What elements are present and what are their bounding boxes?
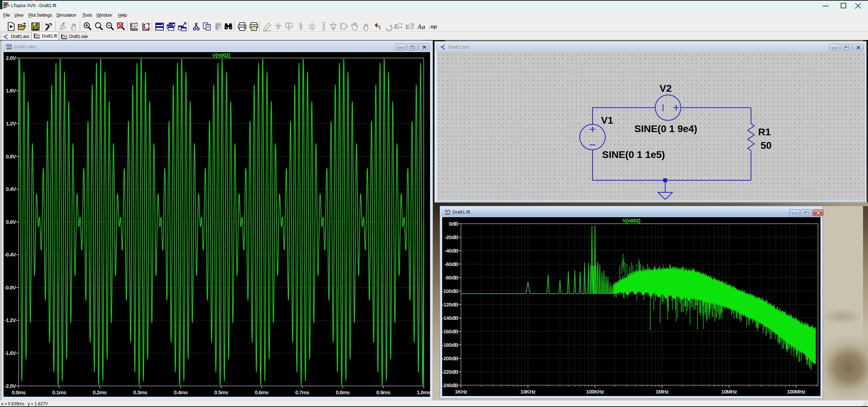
svg-text:.op: .op	[429, 23, 437, 29]
svg-text:10MHz: 10MHz	[721, 389, 737, 395]
svg-text:-140dB: -140dB	[442, 315, 458, 321]
svg-text:1.0ms: 1.0ms	[417, 389, 430, 395]
svg-text:-0.4V: -0.4V	[4, 251, 16, 258]
svg-text:0.8V: 0.8V	[6, 153, 16, 159]
svg-text:0.0ms: 0.0ms	[12, 389, 26, 395]
svg-text:0.4ms: 0.4ms	[174, 389, 188, 395]
svg-text:E: E	[406, 24, 410, 30]
svg-text:100KHz: 100KHz	[586, 389, 604, 395]
svg-text:Aa: Aa	[417, 23, 425, 30]
svg-text:0.2ms: 0.2ms	[93, 389, 107, 395]
svg-text:1KHz: 1KHz	[455, 389, 467, 395]
svg-text:0.8ms: 0.8ms	[336, 389, 350, 395]
svg-text:0.3ms: 0.3ms	[133, 389, 147, 395]
svg-text:-20dB: -20dB	[445, 234, 458, 240]
svg-text:E: E	[394, 23, 398, 30]
svg-text:-220dB: -220dB	[442, 369, 458, 375]
svg-text:-160dB: -160dB	[442, 328, 458, 334]
svg-text:1.6V: 1.6V	[6, 87, 16, 94]
svg-text:2.0V: 2.0V	[6, 55, 16, 61]
svg-text:-100dB: -100dB	[442, 288, 458, 294]
svg-text:V(n002): V(n002)	[623, 218, 641, 224]
svg-text:1MHz: 1MHz	[656, 389, 669, 395]
svg-text:-200dB: -200dB	[442, 355, 458, 361]
svg-text:-60dB: -60dB	[445, 261, 458, 267]
svg-text:-1.6V: -1.6V	[4, 350, 16, 356]
svg-text:0.1ms: 0.1ms	[52, 389, 66, 395]
svg-text:0.7ms: 0.7ms	[295, 389, 309, 395]
svg-text:0.9ms: 0.9ms	[376, 389, 390, 395]
svg-text:10KHz: 10KHz	[521, 389, 536, 395]
svg-text:0dB: 0dB	[449, 221, 458, 227]
svg-text:-1.2V: -1.2V	[4, 317, 16, 323]
svg-text:0.0V: 0.0V	[6, 219, 16, 225]
svg-text:V2: V2	[660, 83, 672, 94]
svg-text:-40dB: -40dB	[445, 248, 458, 254]
svg-text:1.2V: 1.2V	[6, 120, 16, 126]
svg-text:R1: R1	[758, 126, 771, 137]
svg-text:100MHz: 100MHz	[787, 389, 805, 395]
svg-text:SINE(0 1 1e5): SINE(0 1 1e5)	[602, 149, 665, 160]
svg-text:0.5ms: 0.5ms	[214, 389, 228, 395]
svg-text:Ǝ: Ǝ	[410, 24, 414, 30]
svg-text:-120dB: -120dB	[442, 301, 458, 307]
svg-text:V1: V1	[601, 115, 613, 126]
svg-text:SINE(0 1 9e4): SINE(0 1 9e4)	[634, 123, 697, 134]
svg-text:m: m	[398, 24, 402, 30]
svg-text:50: 50	[761, 140, 772, 151]
svg-text:-2.0V: -2.0V	[4, 383, 16, 389]
svg-text:-240dB: -240dB	[442, 382, 458, 388]
svg-text:0.6ms: 0.6ms	[255, 389, 268, 395]
svg-text:0.4V: 0.4V	[6, 186, 16, 192]
svg-text:-0.8V: -0.8V	[4, 284, 16, 290]
svg-text:-180dB: -180dB	[442, 342, 458, 348]
svg-text:-80dB: -80dB	[445, 275, 458, 281]
svg-text:V(n002): V(n002)	[212, 52, 230, 58]
